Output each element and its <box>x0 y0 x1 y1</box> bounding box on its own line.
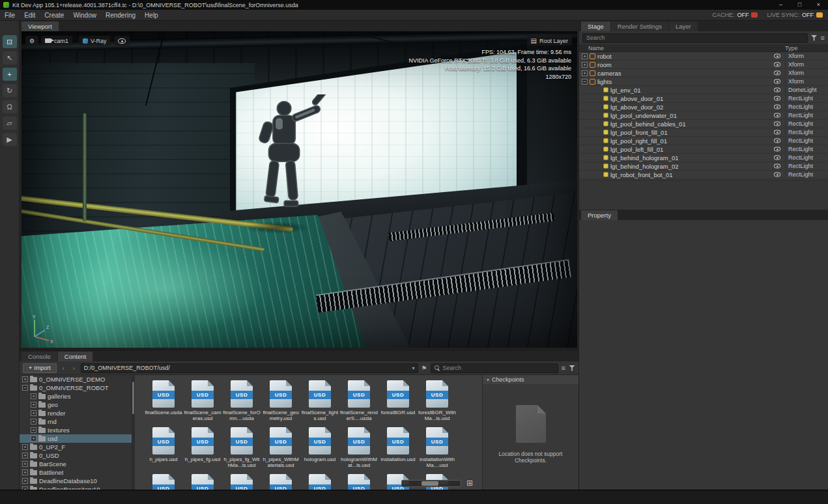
stage-row[interactable]: lgt_pool_right_fill_01RectLight <box>579 137 828 145</box>
rotate-tool[interactable]: ↻ <box>3 84 17 97</box>
checkpoints-header[interactable]: ▾ Checkpoints <box>483 375 578 384</box>
content-tree-item[interactable]: +usd <box>20 434 132 443</box>
expand-icon[interactable]: + <box>31 419 36 425</box>
stage-row[interactable]: lgt_behind_hologram_01RectLight <box>579 154 828 162</box>
content-tree-item[interactable]: −0_OMNIVERSE_ROBOT <box>20 384 132 392</box>
file-item[interactable]: USDhologramWithMat...ls.usd <box>339 427 378 474</box>
file-item[interactable]: USDh_pipes_WithMaterials.usd <box>261 427 300 474</box>
file-item[interactable]: USDinstallationWithMa....usd <box>418 427 457 474</box>
stage-row[interactable]: lgt_env_01DomeLight <box>579 86 828 94</box>
file-item[interactable]: USD <box>222 474 261 490</box>
root-layer-button[interactable]: ▤ Root Layer <box>527 36 572 46</box>
tab-stage[interactable]: Stage <box>581 21 610 31</box>
forward-button[interactable]: › <box>70 364 78 372</box>
filter-icon[interactable] <box>569 365 575 371</box>
expand-icon[interactable]: + <box>22 444 28 450</box>
tree-scrollbar-handle[interactable] <box>132 382 134 414</box>
content-tree-item[interactable]: +textures <box>20 426 132 434</box>
file-item[interactable]: USDforestBGR_WithMa...ls.usd <box>418 380 457 427</box>
expand-icon[interactable]: + <box>22 376 28 382</box>
content-tree-item[interactable]: +0_UP2_F <box>20 443 132 451</box>
menu-file[interactable]: File <box>0 12 20 19</box>
import-button[interactable]: + Import <box>23 363 57 373</box>
stage-row[interactable]: +roomXform <box>579 61 828 69</box>
tab-render-settings[interactable]: Render Settings <box>611 21 668 31</box>
cache-value[interactable]: OFF <box>737 12 749 18</box>
collapse-icon[interactable]: − <box>582 79 588 85</box>
cursor-tool[interactable]: ↖ <box>3 51 17 64</box>
back-button[interactable]: ‹ <box>60 364 67 372</box>
visibility-eye-icon[interactable] <box>774 139 780 143</box>
file-item[interactable]: USD <box>339 474 378 490</box>
visibility-eye-icon[interactable] <box>774 113 780 118</box>
visibility-eye-icon[interactable] <box>774 164 780 169</box>
stage-row[interactable]: lgt_pool_front_fill_01RectLight <box>579 128 828 137</box>
content-search[interactable] <box>431 363 558 373</box>
file-item[interactable]: USDinstallation.usd <box>378 427 418 474</box>
file-item[interactable]: USDfinalScene_cameras.usd <box>183 380 222 427</box>
play-button[interactable]: ▶ <box>3 133 17 146</box>
file-item[interactable]: USDfinalScene_renderS....usda <box>339 380 378 427</box>
expand-icon[interactable]: + <box>31 393 36 399</box>
bookmark-icon[interactable]: ⚑ <box>421 365 427 372</box>
maximize-button[interactable]: □ <box>790 0 809 10</box>
visibility-eye-icon[interactable] <box>774 156 780 160</box>
stage-row[interactable]: lgt_pool_underwater_01RectLight <box>579 111 828 120</box>
visibility-eye-icon[interactable] <box>774 63 780 67</box>
stage-row[interactable]: lgt_pool_behind_cables_01RectLight <box>579 120 828 128</box>
column-type[interactable]: Type <box>785 45 828 51</box>
axis-gizmo[interactable]: Y X Z <box>27 313 58 344</box>
live-sync-status-icon[interactable] <box>816 12 823 18</box>
file-item[interactable]: USDh_pipes_fg_WithMa...ls.usd <box>222 427 261 474</box>
path-field[interactable]: ▾ <box>81 363 418 373</box>
file-item[interactable]: USDh_pipes.usd <box>144 427 183 474</box>
viewport-canvas[interactable]: ⚙ cam1 V-Ray ▤ Root Layer FPS: 104.63, <box>21 31 577 348</box>
expand-icon[interactable]: + <box>582 53 588 59</box>
content-tree-item[interactable]: +BarScene <box>20 460 132 468</box>
icon-scale-slider[interactable] <box>401 480 461 487</box>
content-tree-item[interactable]: +0_OMNIVERSE_DEMO <box>20 375 132 384</box>
expand-icon[interactable]: + <box>31 427 36 433</box>
stage-row[interactable]: +camerasXform <box>579 69 828 77</box>
content-search-input[interactable] <box>443 365 554 371</box>
scale-tool[interactable]: ▱ <box>3 117 17 130</box>
file-item[interactable]: USD <box>183 474 222 490</box>
visibility-eye-icon[interactable] <box>774 173 780 177</box>
expand-icon[interactable]: + <box>22 469 28 475</box>
snap-tool[interactable]: Ω <box>3 100 17 113</box>
path-dropdown-icon[interactable]: ▾ <box>412 365 415 371</box>
file-item[interactable]: USDfinalScene_geometry.usd <box>261 380 300 427</box>
visibility-eye-icon[interactable] <box>774 130 780 135</box>
expand-icon[interactable]: + <box>582 62 588 68</box>
stage-options-icon[interactable]: ≡ <box>821 35 825 42</box>
content-tree-item[interactable]: +DeadlineRepository10 <box>20 485 132 490</box>
stage-row[interactable]: lgt_robot_front_bot_01RectLight <box>579 171 828 179</box>
file-item[interactable]: USDforestBGR.usd <box>378 380 418 427</box>
content-tree-item[interactable]: +geo <box>20 400 132 409</box>
visibility-eye-icon[interactable] <box>774 79 780 84</box>
visibility-eye-icon[interactable] <box>774 105 780 109</box>
file-item[interactable]: USDfinalScene.usda <box>144 380 183 427</box>
visibility-eye-icon[interactable] <box>774 54 780 59</box>
list-options-icon[interactable]: ≡ <box>562 365 565 372</box>
visibility-eye-icon[interactable] <box>774 122 780 126</box>
visibility-eye-icon[interactable] <box>774 147 780 152</box>
close-button[interactable]: × <box>809 0 828 10</box>
stage-row[interactable]: lgt_above_door_01RectLight <box>579 94 828 103</box>
tab-layer[interactable]: Layer <box>669 21 698 31</box>
tab-content[interactable]: Content <box>58 352 93 361</box>
expand-icon[interactable]: + <box>22 478 28 484</box>
visibility-eye-icon[interactable] <box>774 96 780 101</box>
menu-rendering[interactable]: Rendering <box>101 12 140 19</box>
live-sync-value[interactable]: OFF <box>802 12 814 18</box>
expand-icon[interactable]: + <box>22 461 28 467</box>
tab-viewport[interactable]: Viewport <box>21 21 59 31</box>
grid-view-icon[interactable]: ⊞ <box>466 479 473 487</box>
file-item[interactable]: USDh_pipes_fg.usd <box>183 427 222 474</box>
menu-create[interactable]: Create <box>40 12 68 19</box>
viewport-settings-button[interactable]: ⚙ <box>25 36 38 46</box>
minimize-button[interactable]: – <box>771 0 790 10</box>
slider-handle[interactable] <box>421 481 438 486</box>
expand-icon[interactable]: + <box>31 402 36 408</box>
select-box-tool[interactable]: ⊡ <box>3 35 17 48</box>
